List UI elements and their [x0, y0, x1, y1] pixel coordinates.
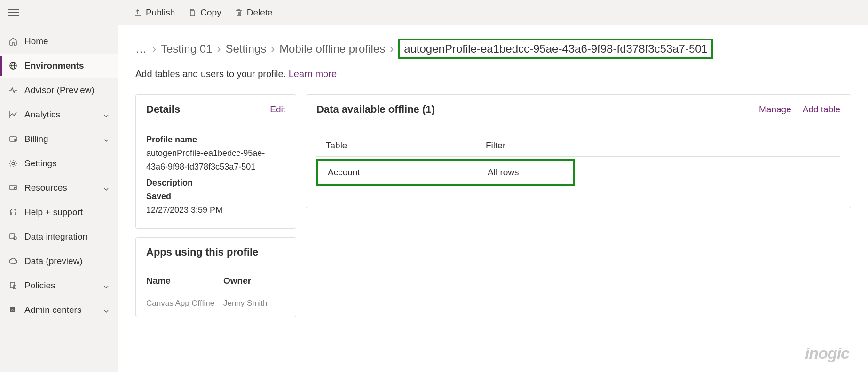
breadcrumb-env[interactable]: Testing 01: [161, 42, 212, 55]
sidebar-item-policies[interactable]: Policies: [0, 273, 118, 298]
apps-row[interactable]: Canvas App Offline Jenny Smith: [146, 290, 285, 308]
sidebar-item-help[interactable]: Help + support: [0, 200, 118, 225]
sidebar-item-resources[interactable]: Resources: [0, 176, 118, 200]
apps-card: Apps using this profile Name Owner Canva…: [135, 237, 296, 317]
table-header-row: Table Filter: [316, 135, 840, 157]
globe-icon: [8, 61, 18, 70]
sidebar-label: Analytics: [24, 109, 103, 120]
col-filter-header: Filter: [486, 140, 831, 151]
table-divider: [316, 186, 840, 197]
edit-button[interactable]: Edit: [270, 104, 285, 115]
apps-col-owner: Owner: [223, 276, 285, 286]
manage-button[interactable]: Manage: [759, 104, 791, 115]
sidebar: Home Environments Advisor (Preview) Anal…: [0, 0, 118, 372]
sidebar-item-analytics[interactable]: Analytics: [0, 102, 118, 127]
main: Publish Copy Delete … › Testing 01 › Set…: [118, 0, 868, 372]
subtext-text: Add tables and users to your profile.: [135, 69, 289, 79]
chevron-down-icon: [103, 111, 110, 118]
sidebar-label: Resources: [24, 183, 103, 193]
saved-value: 12/27/2023 3:59 PM: [146, 203, 285, 217]
apps-title: Apps using this profile: [146, 246, 258, 258]
data-offline-title: Data available offline (1): [316, 103, 435, 116]
apps-col-name: Name: [146, 276, 223, 286]
policies-icon: [8, 281, 18, 290]
delete-button[interactable]: Delete: [235, 8, 273, 18]
table-row-account[interactable]: Account All rows: [316, 159, 575, 186]
col-table-header: Table: [326, 140, 486, 151]
add-table-button[interactable]: Add table: [803, 104, 840, 115]
publish-label: Publish: [146, 8, 175, 18]
sidebar-item-data-preview[interactable]: Data (preview): [0, 249, 118, 273]
chart-icon: [8, 110, 18, 119]
breadcrumb-settings[interactable]: Settings: [225, 42, 266, 55]
watermark: inogic: [805, 344, 849, 363]
apps-row-name: Canvas App Offline: [146, 299, 223, 308]
admin-icon: A: [8, 305, 18, 315]
sidebar-item-environments[interactable]: Environments: [0, 54, 118, 78]
sidebar-item-billing[interactable]: Billing: [0, 127, 118, 151]
cloud-icon: [8, 256, 18, 266]
toolbar: Publish Copy Delete: [118, 0, 868, 25]
headset-icon: [8, 208, 18, 217]
chevron-down-icon: [103, 282, 110, 289]
sidebar-label: Environments: [24, 61, 110, 71]
chevron-right-icon: ›: [152, 42, 156, 55]
svg-point-4: [12, 162, 15, 165]
svg-text:A: A: [11, 308, 14, 312]
resources-icon: [8, 183, 18, 193]
chevron-right-icon: ›: [390, 42, 394, 55]
breadcrumb-overflow[interactable]: …: [135, 42, 148, 55]
details-card: Details Edit Profile name autogenProfile…: [135, 94, 296, 229]
data-offline-card: Data available offline (1) Manage Add ta…: [306, 94, 851, 208]
data-integration-icon: [8, 232, 18, 241]
breadcrumb-current: autogenProfile-ea1bedcc-95ae-43a6-9f98-f…: [398, 39, 713, 59]
publish-icon: [134, 8, 142, 17]
sidebar-label: Policies: [24, 280, 103, 291]
gear-icon: [8, 159, 18, 168]
chevron-down-icon: [103, 185, 110, 191]
profile-name-value: autogenProfile-ea1bedcc-95ae-43a6-9f98-f…: [146, 147, 285, 174]
sidebar-item-data-integration[interactable]: Data integration: [0, 225, 118, 249]
chevron-right-icon: ›: [271, 42, 275, 55]
copy-button[interactable]: Copy: [188, 8, 221, 18]
home-icon: [8, 37, 18, 46]
cell-table: Account: [328, 167, 488, 178]
apps-row-owner: Jenny Smith: [223, 299, 285, 308]
pulse-icon: [8, 85, 18, 95]
delete-icon: [235, 8, 243, 17]
chevron-down-icon: [103, 136, 110, 142]
chevron-down-icon: [103, 307, 110, 313]
svg-point-8: [14, 237, 16, 240]
saved-label: Saved: [146, 190, 285, 203]
sidebar-item-settings[interactable]: Settings: [0, 151, 118, 176]
sidebar-item-admin-centers[interactable]: A Admin centers: [0, 298, 118, 322]
sidebar-label: Billing: [24, 134, 103, 144]
learn-more-link[interactable]: Learn more: [289, 69, 337, 79]
sidebar-item-advisor[interactable]: Advisor (Preview): [0, 78, 118, 102]
svg-rect-13: [190, 11, 195, 16]
sidebar-label: Home: [24, 36, 110, 46]
billing-icon: [8, 134, 18, 144]
profile-name-label: Profile name: [146, 133, 285, 147]
cell-filter: All rows: [488, 167, 564, 178]
svg-rect-9: [10, 282, 15, 288]
delete-label: Delete: [247, 8, 273, 18]
hamburger-wrap: [0, 0, 118, 25]
copy-icon: [188, 8, 197, 17]
copy-label: Copy: [200, 8, 221, 18]
description-label: Description: [146, 176, 285, 190]
subtext: Add tables and users to your profile. Le…: [135, 69, 851, 79]
sidebar-label: Admin centers: [24, 305, 103, 315]
svg-point-3: [15, 140, 16, 141]
sidebar-label: Settings: [24, 158, 110, 169]
sidebar-item-home[interactable]: Home: [0, 29, 118, 54]
hamburger-button[interactable]: [8, 9, 19, 16]
breadcrumb: … › Testing 01 › Settings › Mobile offli…: [135, 39, 851, 59]
breadcrumb-profiles[interactable]: Mobile offline profiles: [279, 42, 385, 55]
sidebar-label: Data (preview): [24, 256, 110, 266]
svg-point-6: [14, 187, 16, 189]
sidebar-label: Help + support: [24, 207, 110, 217]
chevron-right-icon: ›: [217, 42, 221, 55]
publish-button[interactable]: Publish: [134, 8, 175, 18]
nav: Home Environments Advisor (Preview) Anal…: [0, 25, 118, 322]
